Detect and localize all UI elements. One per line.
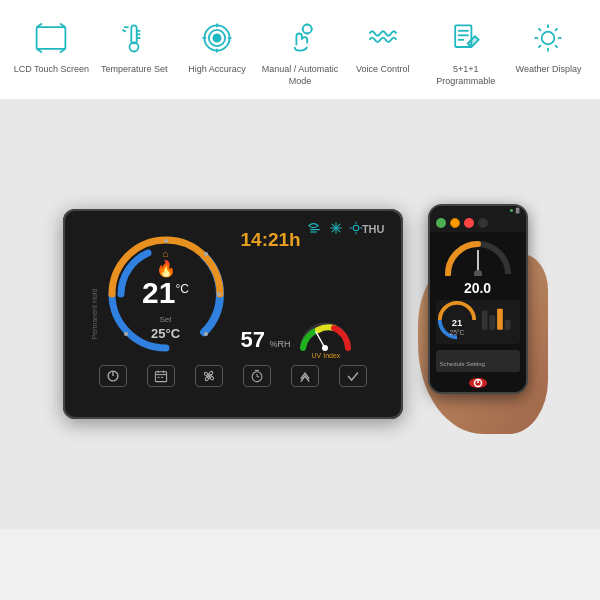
home-icon: ⌂ (142, 248, 189, 259)
phone-header-controls (430, 214, 526, 232)
feature-temp-set-label: Temperature Set (101, 64, 168, 76)
phone-device: ▓ (428, 204, 528, 394)
uv-gauge-container: UV Index (298, 320, 353, 359)
humidity-uv-row: 57 %RH UV In (241, 320, 387, 359)
power-icon[interactable] (99, 365, 127, 387)
feature-temp-set: Temperature Set (94, 18, 174, 76)
hand-gear-icon (280, 18, 320, 58)
schedule-label: Schedule Setting (440, 361, 485, 367)
feature-accuracy-label: High Accuracy (188, 64, 246, 76)
temperature-dial: ⌂ 🔥 21 °C Set 25°C (101, 229, 231, 359)
svg-rect-73 (481, 311, 487, 330)
temp-unit: °C (175, 282, 188, 296)
fan-icon[interactable] (195, 365, 223, 387)
set-label: Set (159, 315, 171, 324)
phone-mini-svg: 21 25°C (436, 300, 520, 344)
schedule-setting-bar: Schedule Setting (436, 350, 520, 372)
thermostat-device: Permanent Hold THU (63, 209, 403, 419)
current-temp-value: 21 (142, 278, 175, 308)
set-temp-display: Set 25°C (142, 308, 189, 341)
phone-screen: ▓ (430, 206, 526, 392)
current-temp-display: 21 °C (142, 278, 189, 308)
pencil-icon (446, 18, 486, 58)
svg-point-19 (303, 25, 312, 34)
orange-btn[interactable] (450, 218, 460, 228)
voice-icon (363, 18, 403, 58)
phone-gauge-svg (443, 236, 513, 276)
phone-wrapper: ▓ (418, 204, 538, 424)
svg-line-11 (123, 30, 127, 32)
right-info-panel: 14:21h 57 %RH (241, 229, 387, 359)
svg-text:21: 21 (451, 317, 462, 328)
feature-lcd: LCD Touch Screen (11, 18, 91, 76)
uv-label: UV Index (312, 352, 341, 359)
svg-line-36 (556, 28, 559, 31)
feature-manual-auto-label: Manual / Automatic Mode (260, 64, 340, 87)
timer-icon[interactable] (243, 365, 271, 387)
svg-point-50 (204, 252, 208, 256)
svg-point-44 (353, 226, 359, 232)
lcd-icon (31, 18, 71, 58)
feature-lcd-label: LCD Touch Screen (14, 64, 89, 76)
red-btn[interactable] (464, 218, 474, 228)
humidity-display: 57 %RH (241, 327, 291, 353)
feature-voice: Voice Control (343, 18, 423, 76)
feature-voice-label: Voice Control (356, 64, 410, 76)
sun-display-icon (349, 221, 363, 235)
battery-icon: ▓ (516, 207, 520, 213)
svg-point-51 (217, 292, 221, 296)
humidity-value: 57 (241, 327, 265, 352)
svg-line-34 (539, 28, 542, 31)
target-icon (197, 18, 237, 58)
product-area: Permanent Hold THU (0, 99, 600, 529)
features-bar: LCD Touch Screen Temperature Set (0, 0, 600, 99)
main-content-row: ⌂ 🔥 21 °C Set 25°C (101, 229, 387, 359)
feature-manual-auto: Manual / Automatic Mode (260, 18, 340, 87)
svg-point-55 (322, 345, 328, 351)
phone-temp-value: 20.0 (430, 280, 526, 296)
feature-weather-label: Weather Display (516, 64, 582, 76)
phone-power-btn[interactable] (469, 378, 487, 388)
humidity-unit: %RH (269, 339, 290, 349)
svg-point-70 (474, 270, 482, 276)
permanent-hold-label: Permanent Hold (90, 289, 97, 340)
svg-point-53 (124, 332, 128, 336)
svg-line-35 (556, 45, 559, 48)
thermometer-icon (114, 18, 154, 58)
weather-icons-row (307, 221, 363, 235)
svg-point-49 (164, 239, 168, 243)
phone-mini-display: 21 25°C (436, 300, 520, 344)
svg-rect-0 (37, 27, 66, 49)
svg-rect-76 (504, 320, 510, 330)
sun-icon (528, 18, 568, 58)
schedule-icon[interactable] (147, 365, 175, 387)
svg-point-14 (214, 34, 221, 41)
dial-center-content: ⌂ 🔥 21 °C Set 25°C (142, 248, 189, 341)
up-icon[interactable] (291, 365, 319, 387)
snowflake-icon (329, 221, 343, 235)
gray-btn[interactable] (478, 218, 488, 228)
svg-rect-74 (489, 316, 495, 330)
feature-accuracy: High Accuracy (177, 18, 257, 76)
bottom-icons-row (79, 365, 387, 387)
set-temp-value: 25°C (142, 326, 189, 341)
green-btn[interactable] (436, 218, 446, 228)
svg-point-29 (542, 32, 555, 45)
feature-programmable: 5+1+1 Programmable (426, 18, 506, 87)
phone-status-bar: ▓ (430, 206, 526, 214)
uv-gauge-svg (298, 320, 353, 352)
feature-programmable-label: 5+1+1 Programmable (426, 64, 506, 87)
check-icon[interactable] (339, 365, 367, 387)
phone-gauge-area (430, 232, 526, 280)
svg-point-52 (204, 332, 208, 336)
svg-rect-58 (155, 372, 166, 382)
feature-weather: Weather Display (508, 18, 588, 76)
wind-icon (307, 221, 323, 235)
svg-text:25°C: 25°C (449, 330, 464, 337)
svg-rect-5 (132, 25, 137, 43)
svg-rect-75 (497, 309, 503, 330)
svg-line-37 (539, 45, 542, 48)
signal-dot (510, 209, 513, 212)
day-label: THU (362, 223, 385, 235)
